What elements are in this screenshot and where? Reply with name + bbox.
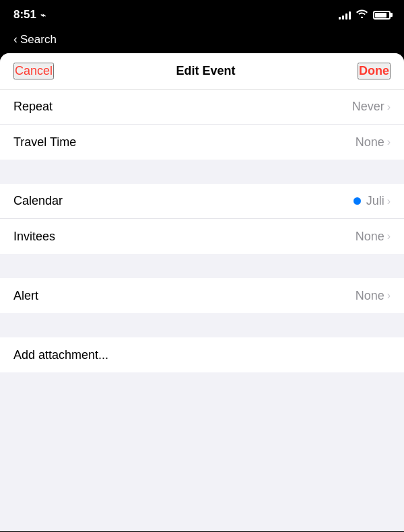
alert-chevron-icon: › — [387, 290, 391, 302]
cancel-button[interactable]: Cancel — [13, 63, 54, 79]
repeat-label: Repeat — [13, 100, 53, 114]
battery-icon — [373, 11, 391, 20]
alert-label: Alert — [13, 289, 38, 303]
status-icons — [339, 9, 391, 20]
section-repeat-travel: Repeat Never › Travel Time None › — [0, 90, 404, 160]
invitees-value-text: None — [356, 230, 384, 244]
travel-time-chevron-icon: › — [387, 136, 391, 148]
content-area: Repeat Never › Travel Time None › Calend… — [0, 90, 404, 531]
done-button[interactable]: Done — [358, 63, 391, 79]
calendar-row[interactable]: Calendar Juli › — [0, 184, 404, 219]
status-time: 8:51 ⌁ — [13, 8, 46, 22]
section-alert: Alert None › — [0, 278, 404, 313]
separator-2 — [0, 254, 404, 278]
invitees-chevron-icon: › — [387, 230, 391, 242]
signal-icon — [339, 11, 351, 20]
wifi-icon — [356, 9, 368, 20]
calendar-label: Calendar — [13, 194, 63, 208]
bottom-spacer — [0, 372, 404, 399]
invitees-label: Invitees — [13, 230, 55, 244]
calendar-value: Juli › — [354, 194, 391, 208]
location-icon: ⌁ — [40, 10, 46, 20]
travel-time-value: None › — [356, 135, 391, 149]
separator-1 — [0, 160, 404, 184]
separator-3 — [0, 313, 404, 337]
calendar-value-text: Juli — [366, 194, 384, 208]
alert-value: None › — [356, 289, 391, 303]
calendar-chevron-icon: › — [387, 195, 391, 207]
status-bar: 8:51 ⌁ — [0, 0, 404, 30]
section-attachment: Add attachment... — [0, 337, 404, 372]
invitees-row[interactable]: Invitees None › — [0, 219, 404, 254]
nav-bar: ‹ Search — [0, 30, 404, 53]
section-calendar-invitees: Calendar Juli › Invitees None › — [0, 184, 404, 254]
back-chevron-icon: ‹ — [13, 32, 18, 46]
repeat-value: Never › — [352, 100, 391, 114]
time-display: 8:51 — [13, 8, 36, 22]
add-attachment-row[interactable]: Add attachment... — [0, 337, 404, 372]
back-label: Search — [20, 33, 57, 46]
alert-value-text: None — [356, 289, 384, 303]
travel-time-row[interactable]: Travel Time None › — [0, 125, 404, 160]
repeat-row[interactable]: Repeat Never › — [0, 90, 404, 125]
add-attachment-label: Add attachment... — [13, 348, 108, 362]
alert-row[interactable]: Alert None › — [0, 278, 404, 313]
travel-time-value-text: None — [356, 135, 384, 149]
back-button[interactable]: ‹ Search — [13, 32, 57, 46]
invitees-value: None › — [356, 230, 391, 244]
phone-screen: Cancel Edit Event Done Repeat Never › Tr… — [0, 53, 404, 531]
repeat-chevron-icon: › — [387, 101, 391, 113]
edit-event-navbar: Cancel Edit Event Done — [0, 53, 404, 90]
calendar-dot-icon — [354, 197, 361, 205]
repeat-value-text: Never — [352, 100, 384, 114]
travel-time-label: Travel Time — [13, 135, 76, 149]
page-title: Edit Event — [176, 64, 236, 78]
